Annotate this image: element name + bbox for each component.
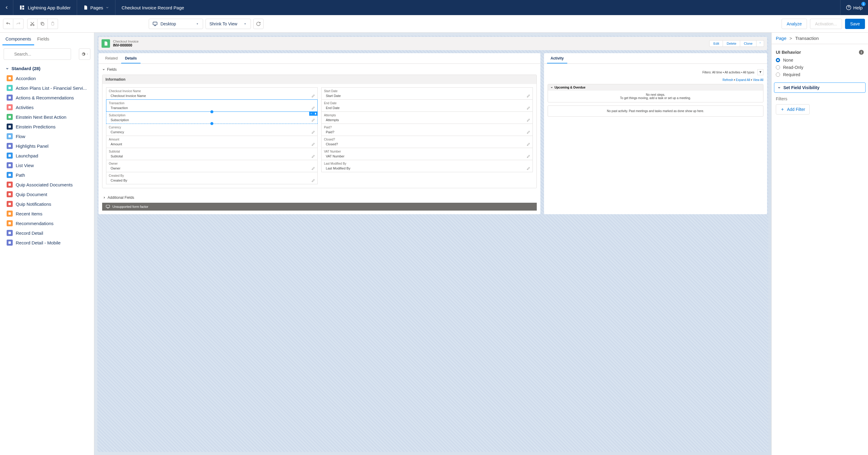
no-past-activity: No past activity. Past meetings and task… — [548, 105, 764, 117]
field-label: Attempts — [324, 113, 530, 117]
pages-dropdown[interactable]: Pages — [77, 0, 116, 15]
search-input[interactable] — [4, 48, 71, 60]
canvas-main-column[interactable]: Related Details Fields Information Check… — [98, 53, 540, 214]
edit-pencil-icon[interactable] — [527, 155, 530, 158]
component-item[interactable]: Record Detail — [0, 228, 94, 238]
component-item[interactable]: Accordion — [0, 73, 94, 83]
edit-pencil-icon[interactable] — [527, 94, 530, 98]
field-cell[interactable]: Paid?Paid? — [321, 124, 533, 136]
component-item[interactable]: Recent Items — [0, 209, 94, 219]
back-button[interactable] — [0, 0, 13, 15]
edit-pencil-icon[interactable] — [527, 119, 530, 122]
add-field-button[interactable]: + — [309, 111, 313, 116]
component-item[interactable]: Quip Associated Documents — [0, 180, 94, 189]
clone-button[interactable]: Clone — [740, 40, 756, 47]
canvas-side-column[interactable]: Activity Filters: All time • All activit… — [544, 53, 767, 214]
component-item[interactable]: Einstein Predictions — [0, 122, 94, 131]
delete-button[interactable]: Delete — [723, 40, 740, 47]
field-cell[interactable]: SubscriptionSubscription+ — [106, 111, 318, 124]
field-cell[interactable]: Closed?Closed? — [321, 136, 533, 148]
edit-pencil-icon[interactable] — [312, 179, 315, 182]
redo-button[interactable] — [13, 19, 24, 29]
paste-button[interactable] — [48, 19, 58, 29]
record-header[interactable]: Checkout Invoice INV-000000 Edit Delete … — [98, 37, 767, 50]
radio-readonly[interactable]: Read-Only — [774, 64, 866, 71]
edit-pencil-icon[interactable] — [312, 131, 315, 134]
edit-pencil-icon[interactable] — [527, 106, 530, 110]
field-cell[interactable]: SubtotalSubtotal — [106, 148, 318, 160]
edit-pencil-icon[interactable] — [312, 142, 315, 146]
component-item[interactable]: Quip Notifications — [0, 199, 94, 209]
filter-button[interactable] — [757, 69, 764, 75]
refresh-link[interactable]: Refresh — [723, 78, 733, 82]
component-item[interactable]: List View — [0, 160, 94, 170]
field-cell[interactable]: TransactionTransaction — [106, 99, 318, 112]
component-item[interactable]: Quip Document — [0, 189, 94, 199]
additional-fields-header[interactable]: Additional Fields — [98, 192, 540, 203]
more-actions-button[interactable] — [756, 40, 764, 47]
fields-section-header[interactable]: Fields — [102, 67, 537, 75]
breadcrumb-page-link[interactable]: Page — [776, 36, 786, 41]
zoom-selector[interactable]: Shrink To View — [206, 19, 251, 29]
edit-pencil-icon[interactable] — [312, 155, 315, 158]
edit-pencil-icon[interactable] — [527, 131, 530, 134]
tab-components[interactable]: Components — [2, 33, 34, 45]
tab-activity[interactable]: Activity — [547, 53, 567, 63]
edit-pencil-icon[interactable] — [312, 119, 315, 122]
save-button[interactable]: Save — [845, 19, 865, 29]
help-icon — [846, 5, 851, 10]
canvas[interactable]: Checkout Invoice INV-000000 Edit Delete … — [94, 33, 771, 455]
field-cell[interactable]: OwnerOwner — [106, 160, 318, 172]
field-cell[interactable]: Start DateStart Date — [321, 87, 533, 100]
field-cell[interactable]: VAT NumberVAT Number — [321, 148, 533, 160]
standard-section-header[interactable]: Standard (28) — [0, 63, 94, 73]
visibility-header[interactable]: Set Field Visibility — [774, 83, 866, 93]
field-cell[interactable]: CurrencyCurrency — [106, 124, 318, 136]
component-item[interactable]: Action Plans List - Financial Servi... — [0, 83, 94, 93]
add-filter-button[interactable]: Add Filter — [776, 104, 810, 115]
settings-button[interactable] — [79, 48, 90, 60]
edit-button[interactable]: Edit — [709, 40, 723, 47]
edit-pencil-icon[interactable] — [527, 142, 530, 146]
copy-button[interactable] — [37, 19, 48, 29]
breadcrumb: Page > Transaction — [772, 33, 868, 44]
component-item[interactable]: Record Detail - Mobile — [0, 238, 94, 248]
cut-button[interactable] — [27, 19, 37, 29]
refresh-button[interactable] — [253, 19, 264, 29]
analyze-button[interactable]: Analyze — [781, 19, 807, 29]
field-cell[interactable]: End DateEnd Date — [321, 99, 533, 112]
view-all-link[interactable]: View All — [753, 78, 764, 82]
edit-pencil-icon[interactable] — [312, 94, 315, 98]
radio-none[interactable]: None — [774, 57, 866, 64]
edit-pencil-icon[interactable] — [312, 167, 315, 170]
edit-pencil-icon[interactable] — [312, 106, 315, 110]
edit-pencil-icon[interactable] — [527, 167, 530, 170]
upcoming-header[interactable]: Upcoming & Overdue — [548, 84, 763, 91]
field-cell[interactable]: AmountAmount — [106, 136, 318, 148]
field-label: Currency — [109, 126, 315, 129]
delete-field-button[interactable] — [313, 111, 318, 116]
field-cell[interactable]: Last Modified ByLast Modified By — [321, 160, 533, 172]
activation-button[interactable]: Activation... — [810, 19, 842, 29]
component-item[interactable]: Flow — [0, 131, 94, 141]
tab-fields[interactable]: Fields — [34, 33, 52, 45]
device-selector[interactable]: Desktop — [149, 19, 203, 29]
tab-details[interactable]: Details — [121, 53, 140, 63]
component-item[interactable]: Path — [0, 170, 94, 180]
field-cell[interactable]: Created ByCreated By — [106, 172, 318, 184]
field-cell[interactable]: AttemptsAttempts — [321, 111, 533, 124]
component-item[interactable]: Recommendations — [0, 219, 94, 228]
component-item[interactable]: Launchpad — [0, 151, 94, 160]
expand-all-link[interactable]: Expand All — [736, 78, 750, 82]
radio-required[interactable]: Required — [774, 71, 866, 78]
chevron-down-icon — [777, 86, 781, 90]
undo-button[interactable] — [3, 19, 13, 29]
component-item[interactable]: Highlights Panel — [0, 141, 94, 151]
tab-related[interactable]: Related — [101, 53, 121, 63]
help-button[interactable]: Help 1 — [840, 0, 868, 15]
component-item[interactable]: Activities — [0, 102, 94, 112]
field-cell[interactable]: Checkout Invoice NameCheckout Invoice Na… — [106, 87, 318, 100]
info-icon[interactable]: i — [859, 50, 864, 55]
component-item[interactable]: Einstein Next Best Action — [0, 112, 94, 122]
component-item[interactable]: Actions & Recommendations — [0, 93, 94, 102]
